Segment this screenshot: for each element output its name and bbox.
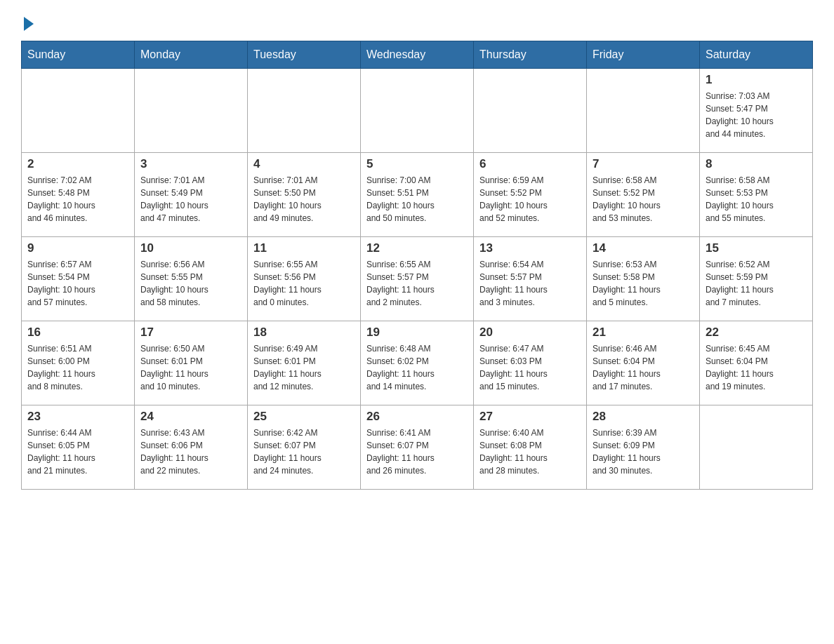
day-number: 28 (593, 410, 694, 424)
day-info: Sunrise: 6:41 AMSunset: 6:07 PMDaylight:… (366, 427, 468, 477)
day-header-tuesday: Tuesday (248, 41, 361, 69)
day-number: 14 (593, 241, 694, 255)
day-number: 15 (706, 241, 807, 255)
day-info: Sunrise: 6:52 AMSunset: 5:59 PMDaylight:… (706, 258, 807, 309)
calendar-cell: 6Sunrise: 6:59 AMSunset: 5:52 PMDaylight… (474, 153, 587, 237)
day-number: 2 (27, 157, 128, 171)
day-number: 6 (479, 157, 581, 171)
day-header-saturday: Saturday (700, 41, 813, 69)
day-header-friday: Friday (587, 41, 700, 69)
day-info: Sunrise: 6:40 AMSunset: 6:08 PMDaylight:… (479, 427, 581, 477)
day-header-wednesday: Wednesday (361, 41, 474, 69)
day-info: Sunrise: 6:50 AMSunset: 6:01 PMDaylight:… (140, 342, 241, 393)
calendar-cell: 18Sunrise: 6:49 AMSunset: 6:01 PMDayligh… (248, 321, 361, 405)
calendar-cell (248, 69, 361, 153)
week-row-1: 1Sunrise: 7:03 AMSunset: 5:47 PMDaylight… (22, 69, 813, 153)
calendar-cell: 20Sunrise: 6:47 AMSunset: 6:03 PMDayligh… (474, 321, 587, 405)
calendar-cell: 9Sunrise: 6:57 AMSunset: 5:54 PMDaylight… (22, 237, 135, 321)
calendar-cell (135, 69, 248, 153)
day-number: 11 (253, 241, 355, 255)
calendar-cell: 26Sunrise: 6:41 AMSunset: 6:07 PMDayligh… (361, 405, 474, 490)
logo (21, 14, 34, 29)
calendar-table: SundayMondayTuesdayWednesdayThursdayFrid… (21, 41, 813, 490)
day-info: Sunrise: 6:44 AMSunset: 6:05 PMDaylight:… (27, 427, 128, 477)
day-number: 16 (27, 326, 128, 340)
day-info: Sunrise: 7:00 AMSunset: 5:51 PMDaylight:… (366, 174, 468, 224)
day-info: Sunrise: 6:49 AMSunset: 6:01 PMDaylight:… (253, 342, 355, 393)
day-number: 27 (479, 410, 581, 424)
calendar-cell: 2Sunrise: 7:02 AMSunset: 5:48 PMDaylight… (22, 153, 135, 237)
day-number: 17 (140, 326, 241, 340)
day-header-sunday: Sunday (22, 41, 135, 69)
day-info: Sunrise: 6:55 AMSunset: 5:56 PMDaylight:… (253, 258, 355, 309)
day-info: Sunrise: 6:55 AMSunset: 5:57 PMDaylight:… (366, 258, 468, 309)
calendar-cell: 17Sunrise: 6:50 AMSunset: 6:01 PMDayligh… (135, 321, 248, 405)
day-number: 24 (140, 410, 241, 424)
day-info: Sunrise: 6:42 AMSunset: 6:07 PMDaylight:… (253, 427, 355, 477)
day-info: Sunrise: 6:48 AMSunset: 6:02 PMDaylight:… (366, 342, 468, 393)
day-number: 19 (366, 326, 468, 340)
calendar-cell: 12Sunrise: 6:55 AMSunset: 5:57 PMDayligh… (361, 237, 474, 321)
day-number: 5 (366, 157, 468, 171)
week-row-5: 23Sunrise: 6:44 AMSunset: 6:05 PMDayligh… (22, 405, 813, 490)
day-number: 10 (140, 241, 241, 255)
day-info: Sunrise: 6:56 AMSunset: 5:55 PMDaylight:… (140, 258, 241, 309)
calendar-cell: 25Sunrise: 6:42 AMSunset: 6:07 PMDayligh… (248, 405, 361, 490)
day-info: Sunrise: 7:01 AMSunset: 5:49 PMDaylight:… (140, 174, 241, 224)
day-number: 22 (706, 326, 807, 340)
calendar-cell: 1Sunrise: 7:03 AMSunset: 5:47 PMDaylight… (700, 69, 813, 153)
day-number: 20 (479, 326, 581, 340)
day-number: 23 (27, 410, 128, 424)
calendar-cell: 21Sunrise: 6:46 AMSunset: 6:04 PMDayligh… (587, 321, 700, 405)
page-header (21, 14, 813, 29)
calendar-cell: 5Sunrise: 7:00 AMSunset: 5:51 PMDaylight… (361, 153, 474, 237)
day-info: Sunrise: 7:03 AMSunset: 5:47 PMDaylight:… (706, 90, 807, 140)
day-info: Sunrise: 6:53 AMSunset: 5:58 PMDaylight:… (593, 258, 694, 309)
day-number: 3 (140, 157, 241, 171)
day-info: Sunrise: 6:43 AMSunset: 6:06 PMDaylight:… (140, 427, 241, 477)
calendar-cell (361, 69, 474, 153)
day-number: 26 (366, 410, 468, 424)
day-number: 25 (253, 410, 355, 424)
day-info: Sunrise: 6:59 AMSunset: 5:52 PMDaylight:… (479, 174, 581, 224)
calendar-cell: 13Sunrise: 6:54 AMSunset: 5:57 PMDayligh… (474, 237, 587, 321)
day-info: Sunrise: 6:46 AMSunset: 6:04 PMDaylight:… (593, 342, 694, 393)
calendar-cell: 24Sunrise: 6:43 AMSunset: 6:06 PMDayligh… (135, 405, 248, 490)
day-number: 1 (706, 73, 807, 87)
day-header-monday: Monday (135, 41, 248, 69)
calendar-cell: 3Sunrise: 7:01 AMSunset: 5:49 PMDaylight… (135, 153, 248, 237)
calendar-cell: 28Sunrise: 6:39 AMSunset: 6:09 PMDayligh… (587, 405, 700, 490)
day-info: Sunrise: 6:39 AMSunset: 6:09 PMDaylight:… (593, 427, 694, 477)
day-number: 8 (706, 157, 807, 171)
day-number: 9 (27, 241, 128, 255)
calendar-cell: 15Sunrise: 6:52 AMSunset: 5:59 PMDayligh… (700, 237, 813, 321)
calendar-cell: 19Sunrise: 6:48 AMSunset: 6:02 PMDayligh… (361, 321, 474, 405)
logo-arrow-icon (24, 17, 34, 31)
calendar-cell: 4Sunrise: 7:01 AMSunset: 5:50 PMDaylight… (248, 153, 361, 237)
day-number: 18 (253, 326, 355, 340)
day-info: Sunrise: 6:58 AMSunset: 5:52 PMDaylight:… (593, 174, 694, 224)
calendar-cell: 11Sunrise: 6:55 AMSunset: 5:56 PMDayligh… (248, 237, 361, 321)
calendar-cell: 16Sunrise: 6:51 AMSunset: 6:00 PMDayligh… (22, 321, 135, 405)
day-header-thursday: Thursday (474, 41, 587, 69)
week-row-2: 2Sunrise: 7:02 AMSunset: 5:48 PMDaylight… (22, 153, 813, 237)
calendar-cell (22, 69, 135, 153)
day-info: Sunrise: 6:58 AMSunset: 5:53 PMDaylight:… (706, 174, 807, 224)
week-row-4: 16Sunrise: 6:51 AMSunset: 6:00 PMDayligh… (22, 321, 813, 405)
calendar-header-row: SundayMondayTuesdayWednesdayThursdayFrid… (22, 41, 813, 69)
week-row-3: 9Sunrise: 6:57 AMSunset: 5:54 PMDaylight… (22, 237, 813, 321)
day-number: 13 (479, 241, 581, 255)
day-number: 21 (593, 326, 694, 340)
calendar-cell: 23Sunrise: 6:44 AMSunset: 6:05 PMDayligh… (22, 405, 135, 490)
calendar-cell (700, 405, 813, 490)
calendar-cell: 7Sunrise: 6:58 AMSunset: 5:52 PMDaylight… (587, 153, 700, 237)
calendar-cell: 27Sunrise: 6:40 AMSunset: 6:08 PMDayligh… (474, 405, 587, 490)
day-number: 7 (593, 157, 694, 171)
calendar-cell: 10Sunrise: 6:56 AMSunset: 5:55 PMDayligh… (135, 237, 248, 321)
calendar-cell: 8Sunrise: 6:58 AMSunset: 5:53 PMDaylight… (700, 153, 813, 237)
day-info: Sunrise: 6:45 AMSunset: 6:04 PMDaylight:… (706, 342, 807, 393)
calendar-cell: 14Sunrise: 6:53 AMSunset: 5:58 PMDayligh… (587, 237, 700, 321)
day-info: Sunrise: 6:47 AMSunset: 6:03 PMDaylight:… (479, 342, 581, 393)
calendar-cell (474, 69, 587, 153)
day-info: Sunrise: 7:02 AMSunset: 5:48 PMDaylight:… (27, 174, 128, 224)
